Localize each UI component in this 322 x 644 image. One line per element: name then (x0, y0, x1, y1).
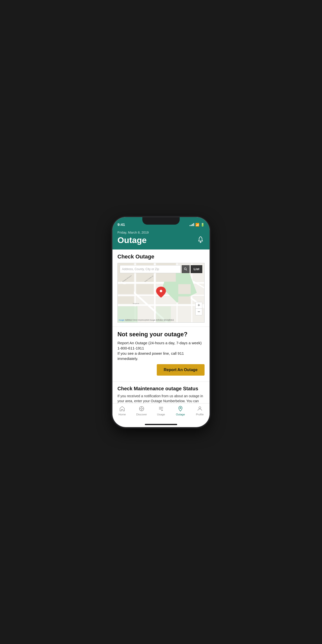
nav-item-discover[interactable]: Discover (132, 406, 151, 416)
svg-point-0 (200, 242, 201, 243)
map-container[interactable]: Orange Blossom Irvine Center Dr Tangerin… (118, 263, 204, 322)
profile-label: Profile (196, 413, 204, 416)
bottom-nav: Home Discover (112, 403, 210, 424)
home-indicator (145, 424, 177, 425)
svg-text:Tangerine: Tangerine (133, 302, 139, 304)
home-icon (119, 406, 126, 412)
svg-point-40 (199, 407, 201, 409)
status-time: 9:41 (118, 222, 125, 226)
nav-item-outage[interactable]: Outage (171, 406, 190, 416)
outage-icon (177, 406, 184, 412)
list-view-button[interactable]: List (190, 265, 202, 273)
zoom-out-button[interactable]: − (196, 309, 202, 315)
main-content: Check Outage (112, 250, 210, 403)
check-outage-section: Check Outage (112, 250, 210, 327)
discover-icon (138, 406, 145, 412)
check-outage-title: Check Outage (118, 254, 204, 260)
not-seeing-title: Not seeing your outage? (118, 331, 204, 338)
maintenance-section: Check Maintenance outage Status If you r… (112, 382, 210, 403)
nav-item-home[interactable]: Home (112, 406, 132, 416)
svg-rect-18 (118, 296, 134, 304)
phone-frame: 9:41 📶 🔋 Friday, March 8, 2019 Outage (112, 217, 210, 427)
svg-point-39 (180, 407, 181, 408)
svg-rect-19 (178, 284, 190, 294)
svg-point-31 (141, 408, 142, 410)
map-search-bar: Address, County, City or Zip List (120, 265, 202, 273)
nav-item-profile[interactable]: Profile (190, 406, 210, 416)
svg-point-28 (184, 268, 186, 270)
outage-description: Report An Outage (24-hours a day, 7-days… (118, 340, 204, 361)
report-outage-button[interactable]: Report An Outage (157, 364, 204, 376)
nav-item-usage[interactable]: Usage (151, 406, 171, 416)
battery-icon: 🔋 (200, 223, 204, 226)
profile-icon (196, 406, 203, 412)
notification-bell-icon[interactable] (196, 236, 204, 244)
maintenance-title: Check Maintenance outage Status (118, 386, 204, 392)
search-placeholder: Address, County, City or Zip (122, 268, 159, 271)
header-date: Friday, March 8, 2019 (118, 230, 204, 234)
home-label: Home (118, 413, 126, 416)
svg-rect-17 (136, 284, 154, 294)
signal-bars-icon (190, 223, 194, 226)
svg-point-27 (160, 290, 162, 292)
svg-rect-20 (178, 296, 190, 304)
svg-rect-16 (118, 284, 134, 294)
svg-line-29 (186, 270, 187, 270)
map-attribution: Google 地图数据 ©2019 GS(2011)6020 Google 使用… (119, 319, 174, 322)
map-zoom-controls: + − (195, 302, 202, 316)
phone-screen: 9:41 📶 🔋 Friday, March 8, 2019 Outage (112, 217, 210, 427)
page-title: Outage (118, 235, 146, 245)
notch (142, 217, 180, 224)
not-seeing-outage-section: Not seeing your outage? Report An Outage… (112, 327, 210, 382)
discover-label: Discover (136, 413, 147, 416)
map-search-button[interactable] (182, 265, 190, 273)
outage-label: Outage (176, 413, 185, 416)
wifi-icon: 📶 (195, 223, 199, 226)
usage-icon (158, 406, 164, 412)
app-header: Friday, March 8, 2019 Outage (112, 228, 210, 250)
usage-label: Usage (157, 413, 165, 416)
status-icons: 📶 🔋 (190, 223, 204, 226)
header-title-row: Outage (118, 235, 204, 245)
zoom-in-button[interactable]: + (196, 302, 202, 309)
map-search-input-field[interactable]: Address, County, City or Zip (120, 265, 181, 273)
maintenance-description: If you received a notification from us a… (118, 394, 204, 403)
